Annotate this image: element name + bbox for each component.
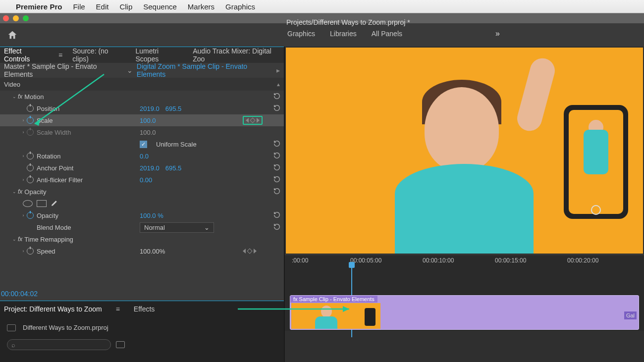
prop-blend-mode[interactable]: Blend Mode Normal⌄	[0, 221, 284, 233]
panel-menu-icon[interactable]: ≡	[116, 305, 120, 313]
prop-anchor-point[interactable]: Anchor Point 2019.0695.5	[0, 162, 284, 174]
stopwatch-icon[interactable]	[27, 117, 34, 124]
workspace-tab-libraries[interactable]: Libraries	[330, 30, 357, 38]
ellipse-mask-icon[interactable]	[23, 200, 33, 207]
tab-effect-controls[interactable]: Effect Controls	[4, 47, 49, 63]
prop-position[interactable]: Position 2019.0695.5	[0, 103, 284, 114]
timeline-gap[interactable]	[285, 269, 644, 294]
tab-lumetri[interactable]: Lumetri Scopes	[135, 47, 183, 63]
menu-sequence[interactable]: Sequence	[143, 2, 177, 11]
panel-tab-bar: Effect Controls ≡ Source: (no clips) Lum…	[0, 47, 284, 63]
new-bin-icon[interactable]	[116, 341, 125, 348]
stopwatch-icon[interactable]	[27, 105, 34, 112]
maximize-window-icon[interactable]	[23, 15, 29, 21]
minimize-window-icon[interactable]	[13, 15, 19, 21]
tab-project[interactable]: Project: Different Ways to Zoom	[4, 305, 102, 313]
effect-motion[interactable]: ⌄fx Motion	[0, 91, 284, 103]
workspace-tab-graphics[interactable]: Graphics	[287, 30, 315, 38]
phone-icon	[564, 105, 628, 219]
menu-edit[interactable]: Edit	[96, 2, 109, 11]
tab-effects[interactable]: Effects	[134, 305, 155, 313]
project-file-row[interactable]: Different Ways to Zoom.prproj	[7, 324, 277, 331]
close-window-icon[interactable]	[3, 15, 9, 21]
mask-tools	[0, 198, 284, 209]
sequence-clip-label[interactable]: Digital Zoom * Sample Clip - Envato Elem…	[137, 62, 272, 78]
search-input[interactable]: ⌕	[7, 339, 111, 350]
prop-uniform-scale[interactable]: ✓Uniform Scale	[0, 138, 284, 150]
prop-scale[interactable]: › Scale 100.0	[0, 114, 284, 126]
reset-icon[interactable]	[273, 175, 281, 185]
prop-antiflicker[interactable]: › Anti-flicker Filter 0.00	[0, 174, 284, 186]
menu-file[interactable]: File	[73, 2, 85, 11]
pen-mask-icon[interactable]	[51, 199, 58, 208]
rectangle-mask-icon[interactable]	[37, 200, 47, 207]
tab-source[interactable]: Source: (no clips)	[72, 47, 125, 63]
clip-thumbnail	[291, 303, 380, 329]
effect-opacity[interactable]: ⌄fx Opacity	[0, 186, 284, 198]
stopwatch-icon[interactable]	[27, 164, 34, 171]
clip-label: fx Sample Clip - Envato Elements	[290, 296, 377, 303]
reset-icon[interactable]	[273, 187, 281, 197]
tab-audio-mixer[interactable]: Audio Track Mixer: Digital Zoo	[193, 47, 284, 63]
reset-icon[interactable]	[273, 152, 281, 161]
stopwatch-icon[interactable]	[27, 248, 34, 255]
stopwatch-icon	[27, 129, 34, 136]
timeline-clip[interactable]: fx Sample Clip - Envato Elements Gal	[290, 295, 639, 330]
stopwatch-icon[interactable]	[27, 153, 34, 159]
reset-icon[interactable]	[273, 163, 281, 173]
timeline-ruler[interactable]: :00:00 00:00:05:00 00:00:10:00 00:00:15:…	[285, 255, 644, 269]
stopwatch-icon[interactable]	[27, 176, 34, 183]
timeline-track[interactable]: fx Sample Clip - Envato Elements Gal	[285, 294, 644, 331]
project-panel-tabs: Project: Different Ways to Zoom ≡ Effect…	[0, 301, 284, 317]
panel-menu-icon[interactable]: ≡	[58, 51, 62, 59]
reset-icon[interactable]	[273, 223, 281, 232]
reset-icon[interactable]	[273, 104, 281, 113]
timeline-toggle-icon[interactable]: ▸	[276, 66, 280, 74]
app-topbar: Projects/Different Ways to Zoom.prproj *…	[0, 23, 644, 47]
collapse-icon[interactable]: ▲	[276, 82, 281, 87]
menu-clip[interactable]: Clip	[119, 2, 132, 11]
reset-icon[interactable]	[273, 211, 281, 220]
prop-scale-width: › Scale Width 100.0	[0, 126, 284, 138]
overflow-icon[interactable]: »	[495, 29, 500, 38]
app-name[interactable]: Premiere Pro	[16, 2, 62, 11]
home-button[interactable]	[0, 23, 25, 47]
chevron-down-icon[interactable]: ⌄	[127, 66, 133, 74]
stopwatch-icon[interactable]	[27, 212, 34, 219]
program-monitor[interactable]	[285, 47, 644, 255]
playhead[interactable]	[349, 262, 355, 268]
search-icon: ⌕	[11, 341, 15, 349]
project-path: Projects/Different Ways to Zoom.prproj *	[286, 18, 410, 26]
menu-graphics[interactable]: Graphics	[225, 2, 255, 11]
macos-menubar: Premiere Pro File Edit Clip Sequence Mar…	[0, 0, 644, 13]
reset-icon[interactable]	[273, 92, 281, 102]
clip-badge: Gal	[624, 311, 637, 319]
menu-markers[interactable]: Markers	[188, 2, 215, 11]
prop-rotation[interactable]: › Rotation 0.0	[0, 150, 284, 162]
video-section-label: Video	[4, 81, 20, 88]
keyframe-nav[interactable]	[243, 116, 263, 125]
effect-controls-header: Master * Sample Clip - Envato Elements ⌄…	[0, 63, 284, 78]
keyframe-nav[interactable]	[243, 249, 257, 254]
prop-opacity[interactable]: › Opacity 100.0 %	[0, 209, 284, 221]
checkbox-icon[interactable]: ✓	[140, 141, 147, 148]
timecode-display[interactable]: 00:00:04:02	[0, 287, 284, 301]
reset-icon[interactable]	[273, 140, 281, 149]
preview-frame	[286, 48, 643, 254]
blend-mode-dropdown[interactable]: Normal⌄	[140, 222, 214, 233]
workspace-tab-all-panels[interactable]: All Panels	[372, 30, 402, 38]
chevron-down-icon: ⌄	[204, 224, 210, 231]
prop-speed[interactable]: › Speed 100.00%	[0, 245, 284, 257]
effect-time-remapping[interactable]: ⌄fx Time Remapping	[0, 233, 284, 245]
master-clip-label[interactable]: Master * Sample Clip - Envato Elements	[4, 62, 123, 78]
project-icon	[7, 324, 16, 331]
